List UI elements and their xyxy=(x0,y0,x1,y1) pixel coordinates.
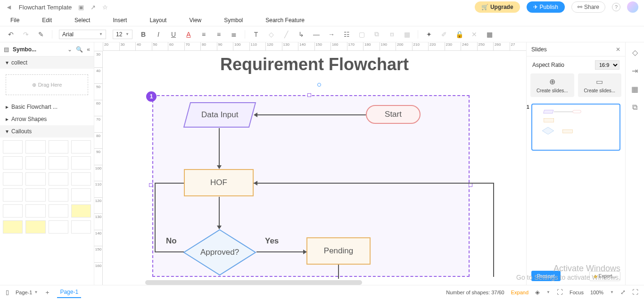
expand-link[interactable]: Expand xyxy=(511,290,528,295)
page-dropdown[interactable]: Page-1▼ xyxy=(16,290,38,295)
menu-file[interactable]: File xyxy=(10,17,19,24)
menu-edit[interactable]: Edit xyxy=(42,17,52,24)
back-icon[interactable]: ◄ xyxy=(6,3,12,11)
line-ends-icon[interactable]: → xyxy=(327,31,336,38)
callout-shape[interactable] xyxy=(49,156,68,170)
font-select[interactable]: Arial▼ xyxy=(59,30,106,39)
callout-shape[interactable] xyxy=(3,156,23,170)
fontsize-select[interactable]: 12▼ xyxy=(113,30,132,39)
edit-icon[interactable]: ✐ xyxy=(440,31,448,38)
callout-shape[interactable] xyxy=(71,204,91,218)
format-painter-icon[interactable]: ✎ xyxy=(37,31,45,38)
selection-handle[interactable] xyxy=(149,183,153,187)
slide-thumbnail[interactable]: 1 xyxy=(531,104,620,151)
shape-icon[interactable]: ▢ xyxy=(357,31,366,38)
callout-shape[interactable] xyxy=(25,188,45,202)
callout-shape[interactable] xyxy=(3,220,23,234)
section-basic-flowchart[interactable]: ▸Basic Flowchart ... xyxy=(0,101,94,113)
node-hof[interactable]: HOF xyxy=(184,169,254,196)
chevron-down-icon[interactable]: ▼ xyxy=(546,290,550,294)
upgrade-button[interactable]: 🛒Upgrade xyxy=(475,1,520,13)
callout-shape[interactable] xyxy=(25,140,45,154)
connection-point-icon[interactable] xyxy=(317,83,321,87)
drag-here-box[interactable]: ⊕Drag Here xyxy=(6,74,88,95)
arrange-icon[interactable]: ☷ xyxy=(342,31,351,38)
align-left-icon[interactable]: ≡ xyxy=(215,31,223,38)
callout-shape[interactable] xyxy=(3,204,23,218)
chevron-down-icon[interactable]: ⌄ xyxy=(67,46,72,53)
menu-search[interactable]: Search Feature xyxy=(265,17,305,24)
group-icon[interactable]: ⧉ xyxy=(372,30,381,38)
bold-icon[interactable]: B xyxy=(139,31,148,38)
avatar[interactable] xyxy=(627,1,638,13)
callout-shape[interactable] xyxy=(49,204,68,218)
canvas[interactable]: Requirement Flowchart 1 Start Data Input… xyxy=(103,51,526,285)
focus-label[interactable]: Focus xyxy=(570,290,584,295)
callout-shape[interactable] xyxy=(49,220,68,234)
callout-shape[interactable] xyxy=(3,188,23,202)
callout-shape[interactable] xyxy=(49,172,68,186)
page-tab[interactable]: Page-1 xyxy=(57,287,81,298)
node-start[interactable]: Start xyxy=(366,105,421,124)
layers-icon[interactable]: ◈ xyxy=(535,289,540,296)
present-button[interactable]: Present xyxy=(531,271,561,281)
search-icon[interactable]: 🔍 xyxy=(76,46,83,53)
underline-icon[interactable]: U xyxy=(169,31,178,38)
grid-icon[interactable]: ▦ xyxy=(485,31,494,38)
tools-icon[interactable]: ✕ xyxy=(470,31,479,38)
redo-icon[interactable]: ↷ xyxy=(22,31,30,38)
add-page-icon[interactable]: ＋ xyxy=(44,288,50,297)
fit-icon[interactable]: ⤢ xyxy=(620,289,626,296)
create-slides-manual-button[interactable]: ▭Create slides... xyxy=(578,73,622,97)
italic-icon[interactable]: I xyxy=(154,31,163,38)
connector-icon[interactable]: ↳ xyxy=(297,31,305,38)
chevron-down-icon[interactable]: ▼ xyxy=(610,290,614,294)
callout-shape[interactable] xyxy=(3,172,23,186)
menu-select[interactable]: Select xyxy=(74,17,90,24)
aspect-select[interactable]: 16:9 xyxy=(595,60,619,70)
sparkle-icon[interactable]: ✦ xyxy=(425,31,433,38)
section-arrow-shapes[interactable]: ▸Arrow Shapes xyxy=(0,113,94,125)
node-approved[interactable]: Approved? xyxy=(183,229,256,276)
callout-shape[interactable] xyxy=(25,220,45,234)
callout-shape[interactable] xyxy=(3,140,23,154)
outline-icon[interactable]: ▯ xyxy=(6,289,9,296)
section-collect[interactable]: ▾collect xyxy=(0,57,94,69)
node-pending[interactable]: Pending xyxy=(306,237,371,265)
layer-icon[interactable]: ▦ xyxy=(403,31,411,38)
star-icon[interactable]: ☆ xyxy=(102,4,108,11)
import-icon[interactable]: ⇥ xyxy=(632,66,638,75)
node-data-input[interactable]: Data Input xyxy=(183,102,256,128)
create-slides-auto-button[interactable]: ⊕Create slides... xyxy=(530,73,574,97)
zoom-level[interactable]: 100% xyxy=(590,290,603,295)
focus-icon[interactable]: ⛶ xyxy=(557,289,563,296)
close-icon[interactable]: ✕ xyxy=(616,46,620,53)
collapse-left-icon[interactable]: « xyxy=(87,46,90,53)
menu-symbol[interactable]: Symbol xyxy=(224,17,243,24)
publish-button[interactable]: ✈Publish xyxy=(527,1,565,13)
undo-icon[interactable]: ↶ xyxy=(7,31,15,38)
share-button[interactable]: ⚯Share xyxy=(571,1,605,13)
export-button[interactable]: ◆Export... xyxy=(589,271,620,281)
callout-shape[interactable] xyxy=(71,188,91,202)
callout-shape[interactable] xyxy=(49,140,68,154)
ungroup-icon[interactable]: ⧈ xyxy=(388,30,396,38)
selection-handle[interactable] xyxy=(469,183,472,187)
fontcolor-icon[interactable]: A xyxy=(184,31,193,38)
callout-shape[interactable] xyxy=(71,172,91,186)
callout-shape[interactable] xyxy=(25,204,45,218)
canvas-title[interactable]: Requirement Flowchart xyxy=(220,55,409,74)
selection-handle[interactable] xyxy=(307,93,311,97)
open-external-icon[interactable]: ↗ xyxy=(91,4,96,11)
text-align-center-icon[interactable]: ≡ xyxy=(199,31,208,38)
menu-view[interactable]: View xyxy=(189,17,201,24)
lock-icon[interactable]: 🔒 xyxy=(455,31,463,38)
callout-shape[interactable] xyxy=(25,172,45,186)
fullscreen-icon[interactable]: ⛶ xyxy=(632,289,638,296)
callout-shape[interactable] xyxy=(49,188,68,202)
line-color-icon[interactable]: ╱ xyxy=(282,31,290,38)
diamond-tool-icon[interactable]: ◇ xyxy=(632,48,638,57)
section-callouts[interactable]: ▾Callouts xyxy=(0,125,94,137)
menu-layout[interactable]: Layout xyxy=(149,17,166,24)
horizontal-scrollbar[interactable] xyxy=(145,280,362,285)
